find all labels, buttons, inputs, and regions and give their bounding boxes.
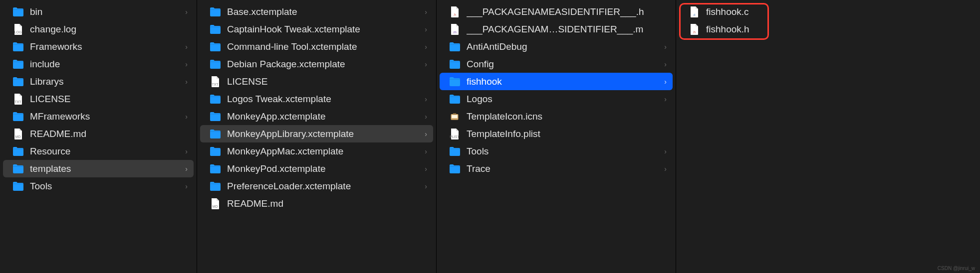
list-item[interactable]: TXT LICENSE [200, 73, 433, 90]
list-item[interactable]: .c fishhook.c [679, 3, 977, 20]
item-label: LICENSE [227, 76, 427, 87]
finder-column-4[interactable]: .c fishhook.c .h fishhook.h [676, 0, 980, 273]
list-item[interactable]: Base.xctemplate› [200, 3, 433, 20]
item-label: Frameworks [30, 41, 181, 52]
folder-icon [209, 23, 221, 35]
chevron-right-icon: › [185, 78, 188, 86]
list-item[interactable]: AntiAntiDebug› [440, 38, 673, 55]
finder-column-1[interactable]: bin› LOG change.log Frameworks› include›… [0, 0, 197, 273]
chevron-right-icon: › [425, 113, 427, 121]
file-icon: TXT [209, 76, 221, 88]
list-item[interactable]: CaptainHook Tweak.xctemplate› [200, 20, 433, 38]
chevron-right-icon: › [425, 43, 427, 51]
svg-rect-9 [453, 113, 457, 115]
list-item[interactable]: Debian Package.xctemplate› [200, 55, 433, 73]
list-item[interactable]: Logos› [440, 90, 673, 108]
svg-text:PLIST: PLIST [450, 135, 460, 138]
list-item[interactable]: Frameworks› [3, 38, 194, 55]
item-label: TemplateIcon.icns [467, 111, 667, 122]
item-label: PreferenceLoader.xctemplate [227, 181, 421, 192]
folder-icon [209, 58, 221, 70]
folder-icon [209, 41, 221, 53]
list-item[interactable]: Librarys› [3, 73, 194, 90]
chevron-right-icon: › [425, 60, 427, 68]
list-item[interactable]: templates› [3, 160, 194, 177]
folder-icon [449, 58, 461, 70]
chevron-right-icon: › [664, 165, 667, 173]
chevron-right-icon: › [425, 8, 427, 16]
list-item[interactable]: Tools› [440, 142, 673, 160]
folder-icon [12, 76, 24, 88]
file-icon: .h [449, 6, 461, 18]
chevron-right-icon: › [664, 147, 667, 155]
list-item[interactable]: MonkeyPod.xctemplate› [200, 160, 433, 177]
file-icon: .c [688, 6, 700, 18]
list-item[interactable]: MD README.md [200, 195, 433, 212]
item-label: Librarys [30, 76, 181, 87]
watermark: CSDN @jinrui_w [938, 266, 975, 271]
item-label: TemplateInfo.plist [467, 129, 667, 139]
list-item[interactable]: TemplateIcon.icns [440, 108, 673, 125]
list-item[interactable]: TXT LICENSE [3, 90, 194, 108]
item-label: Logos [467, 94, 660, 105]
item-label: Command-line Tool.xctemplate [227, 41, 421, 52]
folder-icon [209, 163, 221, 175]
list-item[interactable]: MFrameworks› [3, 108, 194, 125]
chevron-right-icon: › [664, 60, 667, 68]
item-label: Config [467, 59, 660, 70]
chevron-right-icon: › [185, 60, 188, 68]
folder-icon [449, 163, 461, 175]
svg-text:TXT: TXT [212, 83, 219, 86]
item-label: fishhook.c [706, 6, 971, 17]
chevron-right-icon: › [425, 95, 427, 103]
list-item[interactable]: .m ___PACKAGENAM…SIDENTIFIER___.m [440, 20, 673, 38]
folder-icon [12, 58, 24, 70]
item-label: Tools [30, 181, 181, 192]
item-label: Tools [467, 146, 660, 157]
svg-text:.h: .h [453, 13, 456, 16]
item-label: LICENSE [30, 94, 188, 105]
item-label: README.md [30, 129, 188, 139]
finder-column-3[interactable]: .h ___PACKAGENAMEASIDENTIFIER___.h .m __… [437, 0, 676, 273]
file-icon: MD [209, 198, 221, 210]
list-item[interactable]: Command-line Tool.xctemplate› [200, 38, 433, 55]
list-item[interactable]: Config› [440, 55, 673, 73]
chevron-right-icon: › [185, 43, 188, 51]
item-label: Base.xctemplate [227, 6, 421, 17]
folder-icon [209, 93, 221, 105]
list-item[interactable]: Tools› [3, 177, 194, 195]
item-label: README.md [227, 198, 427, 209]
item-label: MonkeyApp.xctemplate [227, 111, 421, 122]
svg-text:.h: .h [693, 30, 696, 34]
list-item[interactable]: bin› [3, 3, 194, 20]
list-item[interactable]: .h ___PACKAGENAMEASIDENTIFIER___.h [440, 3, 673, 20]
list-item[interactable]: PreferenceLoader.xctemplate› [200, 177, 433, 195]
folder-icon [12, 163, 24, 175]
finder-column-2[interactable]: Base.xctemplate› CaptainHook Tweak.xctem… [197, 0, 437, 273]
list-item[interactable]: fishhook› [440, 73, 673, 90]
folder-icon [12, 6, 24, 18]
file-icon: LOG [12, 23, 24, 35]
list-item[interactable]: MonkeyAppLibrary.xctemplate› [200, 125, 433, 142]
list-item[interactable]: MonkeyApp.xctemplate› [200, 108, 433, 125]
list-item[interactable]: .h fishhook.h [679, 20, 977, 38]
chevron-right-icon: › [185, 113, 188, 121]
list-item[interactable]: MonkeyAppMac.xctemplate› [200, 142, 433, 160]
list-item[interactable]: MD README.md [3, 125, 194, 142]
list-item[interactable]: Logos Tweak.xctemplate› [200, 90, 433, 108]
chevron-right-icon: › [664, 78, 667, 86]
item-label: MFrameworks [30, 111, 181, 122]
chevron-right-icon: › [185, 182, 188, 190]
chevron-right-icon: › [425, 130, 427, 138]
item-label: Resource [30, 146, 181, 157]
list-item[interactable]: Resource› [3, 142, 194, 160]
folder-icon [449, 93, 461, 105]
list-item[interactable]: PLIST TemplateInfo.plist [440, 125, 673, 142]
list-item[interactable]: LOG change.log [3, 20, 194, 38]
list-item[interactable]: include› [3, 55, 194, 73]
list-item[interactable]: Trace› [440, 160, 673, 177]
file-icon: .m [449, 23, 461, 35]
file-icon: TXT [12, 93, 24, 105]
item-label: include [30, 59, 181, 70]
item-label: Debian Package.xctemplate [227, 59, 421, 70]
